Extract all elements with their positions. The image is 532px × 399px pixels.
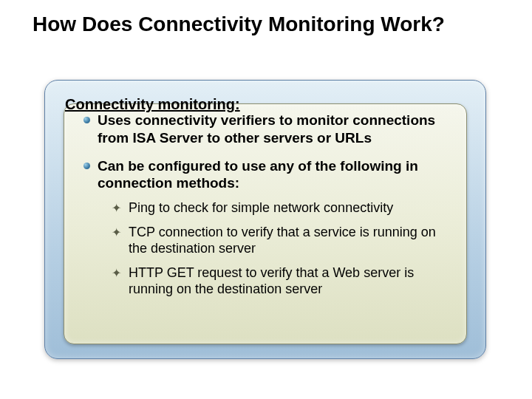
list-item: Can be configured to use any of the foll… [83,157,450,193]
list-item: ✦ HTTP GET request to verify that a Web … [112,265,450,298]
bullet-text: Can be configured to use any of the foll… [98,157,450,193]
bullet-text: Uses connectivity verifiers to monitor c… [98,112,450,147]
bullet-star-icon: ✦ [112,202,121,214]
list-item: Uses connectivity verifiers to monitor c… [83,112,450,147]
sub-list: ✦ Ping to check for simple network conne… [112,200,450,298]
subtitle: Connectivity monitoring: [65,96,240,113]
bullet-dot-icon [83,117,90,123]
bullet-star-icon: ✦ [112,227,121,239]
page-title: How Does Connectivity Monitoring Work? [33,13,499,36]
sub-bullet-text: HTTP GET request to verify that a Web se… [129,265,450,298]
bullet-star-icon: ✦ [112,267,121,279]
list-item: ✦ Ping to check for simple network conne… [112,200,450,216]
list-item: ✦ TCP connection to verify that a servic… [112,224,450,257]
sub-bullet-text: Ping to check for simple network connect… [129,200,393,216]
bullet-dot-icon [83,163,90,169]
sub-bullet-text: TCP connection to verify that a service … [129,224,450,257]
content-panel: Uses connectivity verifiers to monitor c… [64,103,467,344]
slide: How Does Connectivity Monitoring Work? C… [0,0,532,399]
